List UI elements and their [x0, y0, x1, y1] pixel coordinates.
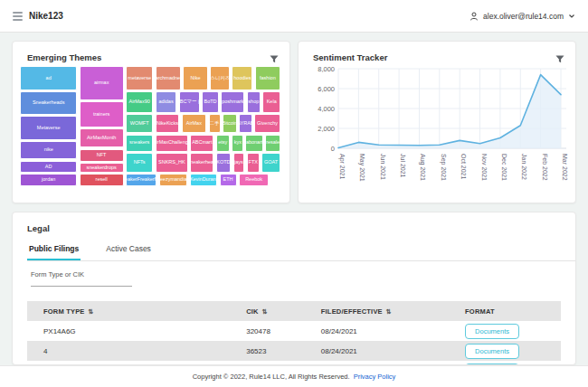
emerging-themes-title: Emerging Themes — [13, 42, 289, 62]
svg-text:Oct 2021: Oct 2021 — [460, 154, 467, 180]
legal-title: Legal — [13, 212, 575, 233]
svg-text:Aug 2021: Aug 2021 — [419, 154, 426, 181]
column-header-format: FORMAT — [449, 301, 561, 321]
column-header-filed-effective[interactable]: FILED/EFFECTIVE⇅ — [305, 301, 449, 321]
svg-text:Jun 2021: Jun 2021 — [380, 154, 386, 180]
table-row: PX14A6G32047808/24/2021Documents — [27, 321, 561, 341]
treemap-tile[interactable]: etsy — [216, 135, 231, 152]
treemap-tile[interactable]: WOMFT — [126, 114, 154, 134]
treemap-tile[interactable]: NikeKicks — [156, 114, 179, 134]
user-menu[interactable]: alex.oliver@rule14.com — [469, 12, 575, 21]
sentiment-tracker-card: Sentiment Tracker 02,0004,0006,0008,000A… — [298, 41, 576, 203]
treemap-tile[interactable]: ad — [20, 66, 77, 90]
cell-filed: 08/24/2021 — [305, 341, 449, 361]
treemap-tile[interactable]: AirMaxChallenge — [156, 135, 188, 152]
treemap-tile[interactable]: sneakerhead — [190, 153, 213, 173]
column-header-form-type[interactable]: FORM TYPE⇅ — [27, 301, 230, 321]
treemap-tile[interactable]: AD — [20, 161, 77, 174]
svg-text:2,000: 2,000 — [318, 125, 335, 133]
person-icon — [469, 12, 479, 21]
treemap-tile[interactable]: marchmadness — [156, 66, 181, 90]
treemap-tile[interactable]: airmax — [80, 66, 124, 100]
treemap-tile[interactable]: SneakerFreakerMag — [126, 174, 157, 186]
tab-public-filings[interactable]: Public Filings — [27, 241, 81, 260]
treemap-tile[interactable]: metaverse — [126, 66, 154, 90]
treemap-tile[interactable]: AirMax — [182, 114, 207, 134]
treemap-tile[interactable]: AirMaxMonth — [80, 128, 124, 147]
treemap-tile[interactable]: FTX — [247, 153, 260, 173]
filter-icon[interactable] — [270, 51, 279, 67]
treemap-tile[interactable]: resale — [265, 135, 280, 152]
treemap-tile[interactable]: Sneakerheads — [20, 91, 77, 116]
svg-text:Jan 2022: Jan 2022 — [521, 154, 527, 180]
cell-form_type: 4 — [27, 341, 230, 361]
svg-text:Mar 2022: Mar 2022 — [562, 154, 568, 181]
treemap-tile[interactable]: Kela — [262, 91, 280, 112]
cell-cik: 320478 — [230, 321, 305, 341]
svg-text:May 2021: May 2021 — [358, 154, 365, 182]
treemap-tile[interactable]: abonart — [245, 135, 263, 152]
treemap-tile[interactable]: Bitcoin — [223, 114, 237, 134]
treemap-tile[interactable]: hoodies — [232, 66, 252, 90]
treemap-tile[interactable]: AirMax90 — [126, 91, 154, 112]
treemap-tile[interactable]: NFT — [80, 149, 124, 162]
treemap-tile[interactable]: nike — [20, 141, 77, 159]
form-cik-search[interactable]: Form Type or CIK — [31, 270, 575, 296]
svg-text:8,000: 8,000 — [318, 65, 335, 73]
sort-icon[interactable]: ⇅ — [262, 308, 268, 315]
sort-icon[interactable]: ⇅ — [89, 308, 94, 315]
svg-text:Apr 2021: Apr 2021 — [338, 154, 346, 180]
treemap-tile[interactable]: sneakerdrops — [80, 163, 124, 173]
brand-name: Nike123 — [29, 11, 63, 21]
menu-icon[interactable] — [13, 12, 23, 21]
footer: Copyright © 2022, Rule14 LLC, All Rights… — [0, 365, 588, 387]
treemap-tile[interactable]: 二手 — [209, 114, 221, 134]
treemap-tile[interactable]: poshmark — [221, 91, 244, 112]
treemap-tile[interactable]: Givenchy — [254, 114, 280, 134]
treemap-tile[interactable]: KevinDurant — [190, 174, 218, 186]
legal-tabs: Public FilingsActive Cases — [27, 241, 575, 261]
treemap-tile[interactable]: ETH — [220, 174, 237, 186]
tab-active-cases[interactable]: Active Cases — [104, 241, 153, 260]
documents-button[interactable]: Documents — [465, 324, 519, 339]
treemap-tile[interactable]: Nike — [183, 66, 208, 90]
treemap-tile[interactable]: AYRAB — [239, 114, 252, 134]
svg-text:4,000: 4,000 — [318, 105, 335, 113]
treemap-tile[interactable]: yeezymandias — [159, 174, 188, 186]
emerging-themes-card: Emerging Themes adSneakerheadsMetaversen… — [12, 41, 290, 203]
treemap-tile[interactable]: sneakers — [126, 135, 154, 152]
treemap-tile[interactable]: shop — [247, 91, 261, 112]
treemap-tile[interactable]: fashion — [255, 66, 280, 90]
treemap-tile[interactable]: Metaverse — [20, 116, 77, 140]
treemap-tile[interactable]: SNKRS_HK — [156, 153, 188, 173]
treemap-tile[interactable]: kyx — [232, 135, 243, 152]
treemap-tile[interactable]: trainers — [80, 101, 124, 127]
documents-button[interactable]: Documents — [465, 344, 519, 359]
treemap-tile[interactable]: GOAT — [261, 153, 280, 173]
sentiment-line-chart: 02,0004,0006,0008,000Apr 2021May 2021Jun… — [306, 63, 570, 195]
treemap-tile[interactable]: jays — [233, 153, 245, 173]
treemap-tile[interactable]: ABCmart — [190, 135, 213, 152]
sentiment-tracker-title: Sentiment Tracker — [299, 42, 575, 62]
user-email: alex.oliver@rule14.com — [483, 12, 564, 21]
treemap-tile[interactable]: resell — [80, 174, 124, 186]
treemap-tile[interactable]: jordan — [20, 174, 77, 186]
treemap-tile[interactable]: BoTD — [202, 91, 219, 112]
treemap-tile[interactable]: ABCマート — [179, 91, 200, 112]
cell-form_type: PX14A6G — [27, 321, 230, 341]
treemap-tile[interactable]: adidas — [156, 91, 177, 112]
treemap-tile[interactable]: Reebok — [239, 174, 269, 186]
chevron-down-icon — [568, 14, 575, 19]
themes-treemap: adSneakerheadsMetaversenikeADjordanairma… — [20, 66, 280, 186]
cell-cik: 36523 — [230, 341, 305, 361]
svg-text:0: 0 — [331, 145, 335, 153]
treemap-tile[interactable]: 스니커즈 — [210, 66, 230, 90]
svg-text:Sep 2021: Sep 2021 — [440, 154, 447, 181]
form-cik-search-underline — [31, 278, 132, 287]
treemap-tile[interactable]: KOTD — [216, 153, 232, 173]
treemap-tile[interactable]: NFTs — [126, 153, 154, 173]
privacy-policy-link[interactable]: Privacy Policy — [354, 373, 396, 381]
sort-icon[interactable]: ⇅ — [386, 308, 392, 315]
sentiment-chart: 02,0004,0006,0008,000Apr 2021May 2021Jun… — [306, 63, 570, 199]
column-header-cik[interactable]: CIK⇅ — [230, 301, 305, 321]
